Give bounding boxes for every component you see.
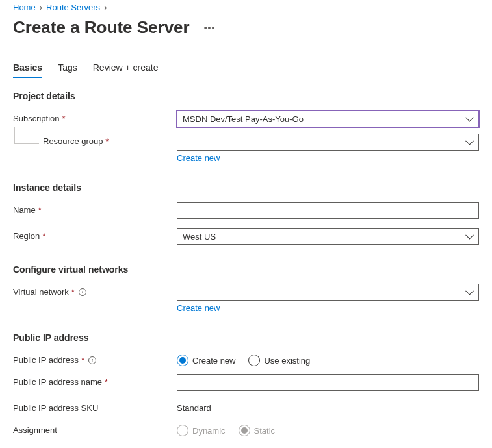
section-configure-vnets: Configure virtual networks	[13, 264, 479, 275]
page-title: Create a Route Server	[13, 18, 190, 38]
info-icon[interactable]: i	[79, 288, 86, 296]
page-header: Create a Route Server •••	[13, 18, 479, 38]
public-ip-label: Public IP address * i	[13, 352, 177, 365]
public-ip-radio-group: Create new Use existing	[177, 352, 479, 366]
vnet-label: Virtual network * i	[13, 284, 177, 297]
tab-tags[interactable]: Tags	[58, 62, 77, 78]
radio-icon	[177, 425, 188, 436]
public-ip-sku-value: Standard	[177, 400, 479, 413]
public-ip-use-existing-radio[interactable]: Use existing	[248, 355, 310, 366]
tab-basics[interactable]: Basics	[13, 62, 42, 78]
assignment-static-radio: Static	[239, 425, 276, 436]
more-icon[interactable]: •••	[201, 20, 218, 36]
radio-icon	[177, 355, 188, 366]
vnet-select[interactable]	[177, 284, 479, 301]
chevron-right-icon: ›	[104, 3, 107, 12]
assignment-radio-group: Dynamic Static	[177, 422, 479, 436]
info-icon[interactable]: i	[88, 356, 96, 364]
public-ip-sku-label: Public IP address SKU	[13, 400, 177, 413]
chevron-right-icon: ›	[40, 3, 42, 12]
vnet-create-new-link[interactable]: Create new	[177, 303, 220, 313]
subscription-select[interactable]: MSDN Dev/Test Pay-As-You-Go	[177, 110, 479, 127]
radio-icon	[239, 425, 250, 436]
public-ip-create-new-radio[interactable]: Create new	[177, 355, 235, 366]
name-label: Name *	[13, 202, 177, 215]
section-public-ip: Public IP address	[13, 332, 479, 343]
breadcrumb-route-servers[interactable]: Route Servers	[46, 3, 100, 12]
subscription-label: Subscription *	[13, 110, 177, 123]
breadcrumb: Home › Route Servers ›	[13, 3, 479, 12]
breadcrumb-home[interactable]: Home	[13, 3, 36, 12]
region-label: Region *	[13, 228, 177, 241]
assignment-dynamic-radio: Dynamic	[177, 425, 226, 436]
resource-group-label: Resource group *	[43, 136, 109, 146]
section-project-details: Project details	[13, 91, 479, 101]
tab-bar: Basics Tags Review + create	[13, 62, 479, 78]
indent-line	[14, 127, 39, 144]
section-instance-details: Instance details	[13, 182, 479, 193]
public-ip-name-label: Public IP address name *	[13, 374, 177, 387]
resource-group-select[interactable]	[177, 134, 479, 151]
resource-group-create-new-link[interactable]: Create new	[177, 153, 220, 163]
name-input[interactable]	[177, 202, 479, 219]
region-select[interactable]: West US	[177, 228, 479, 245]
tab-review-create[interactable]: Review + create	[93, 62, 159, 78]
assignment-label: Assignment	[13, 422, 177, 435]
radio-icon	[248, 355, 260, 366]
public-ip-name-input[interactable]	[177, 374, 479, 391]
